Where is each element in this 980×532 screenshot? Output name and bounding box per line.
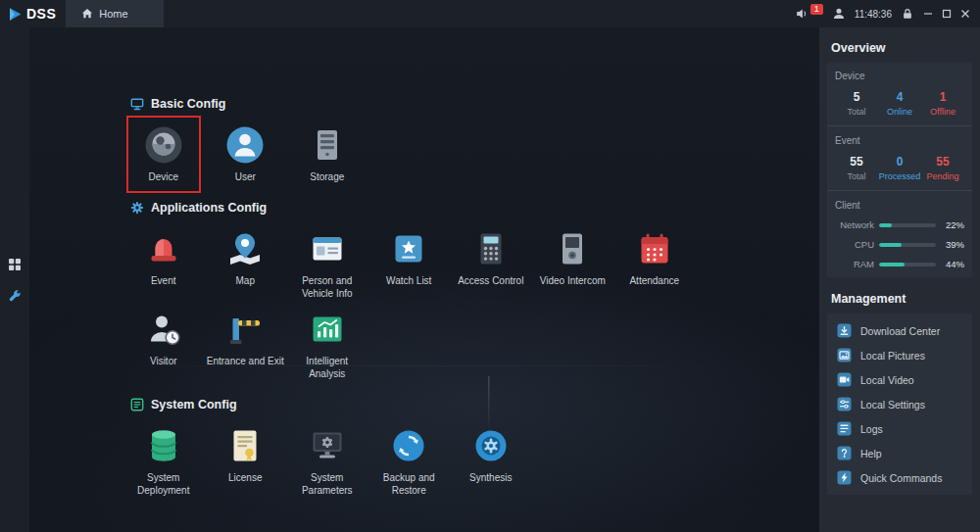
tab-home[interactable]: Home xyxy=(66,0,164,27)
app-synthesis[interactable]: Synthesis xyxy=(450,426,532,497)
basic-config-icon xyxy=(130,97,144,111)
device-online-stat: 4 Online xyxy=(880,90,919,117)
device-stats-row: 5 Total 4 Online 1 Offline xyxy=(835,90,964,117)
user-menu-button[interactable] xyxy=(832,7,846,21)
dss-client-window: DSS Home 1 11:48:36 xyxy=(0,0,980,532)
app-event[interactable]: Event xyxy=(122,229,205,300)
app-synthesis-label: Synthesis xyxy=(469,471,512,484)
close-button[interactable] xyxy=(960,9,970,19)
management-item-help[interactable]: Help xyxy=(827,441,972,465)
management-item-local-pictures[interactable]: Local Pictures xyxy=(827,343,972,367)
alarm-sound-button[interactable] xyxy=(795,7,808,21)
app-user[interactable]: User xyxy=(205,125,287,183)
app-attendance-label: Attendance xyxy=(629,274,679,287)
minimize-button[interactable] xyxy=(923,9,933,19)
management-item-label: Help xyxy=(860,448,882,459)
app-backup-restore[interactable]: Backup and Restore xyxy=(368,426,451,497)
section-system-config: System Config System Deployment License xyxy=(130,398,819,497)
intelligent-analysis-icon xyxy=(308,310,347,349)
maximize-icon xyxy=(942,9,952,19)
cpu-meter-bar xyxy=(879,243,936,247)
ram-meter-value: 44% xyxy=(941,259,964,269)
system-config-header: System Config xyxy=(130,398,819,411)
quick-commands-icon xyxy=(837,470,852,485)
app-visitor[interactable]: Visitor xyxy=(122,310,205,380)
event-total-label: Total xyxy=(837,171,876,181)
app-video-intercom-label: Video Intercom xyxy=(540,274,606,287)
network-meter-value: 22% xyxy=(941,219,964,230)
local-video-icon xyxy=(837,372,852,387)
app-map[interactable]: Map xyxy=(205,229,287,300)
event-total-value: 55 xyxy=(837,155,876,169)
event-processed-label: Processed xyxy=(879,171,921,181)
management-item-label: Logs xyxy=(860,423,883,435)
grid-icon xyxy=(7,257,23,272)
left-rail xyxy=(0,27,29,532)
management-item-quick-commands[interactable]: Quick Commands xyxy=(827,465,972,490)
config-tools-button[interactable] xyxy=(7,288,23,304)
app-attendance[interactable]: Attendance xyxy=(613,229,696,300)
access-control-icon xyxy=(471,229,511,268)
app-device-label: Device xyxy=(148,170,178,183)
management-item-local-settings[interactable]: Local Settings xyxy=(827,392,972,416)
help-icon xyxy=(837,446,852,460)
user-icon xyxy=(832,7,846,21)
applications-config-row-2: Visitor Entrance and Exit Intelligent An… xyxy=(122,310,819,380)
app-entrance-exit[interactable]: Entrance and Exit xyxy=(205,310,287,380)
local-pictures-icon xyxy=(837,348,852,363)
management-item-label: Quick Commands xyxy=(860,472,942,484)
app-name: DSS xyxy=(26,6,56,22)
dss-logo: DSS xyxy=(0,6,66,23)
app-watch-list-label: Watch List xyxy=(386,274,431,287)
speaker-icon xyxy=(795,7,808,21)
visitor-icon xyxy=(144,310,183,349)
app-system-deployment-label: System Deployment xyxy=(124,471,203,497)
app-storage[interactable]: Storage xyxy=(286,125,368,183)
applications-config-header: Applications Config xyxy=(130,201,819,215)
right-panel: Overview Device 5 Total 4 Online xyxy=(819,27,980,532)
lock-icon xyxy=(901,7,914,21)
event-total-stat: 55 Total xyxy=(837,155,876,181)
ram-meter-label: RAM xyxy=(835,259,874,269)
system-deployment-icon xyxy=(144,426,183,465)
apps-grid-button[interactable] xyxy=(7,257,23,272)
app-license-label: License xyxy=(228,471,262,484)
management-item-logs[interactable]: Logs xyxy=(827,416,972,441)
overview-title: Overview xyxy=(831,41,968,55)
system-config-title: System Config xyxy=(151,398,237,411)
applications-config-row-1: Event Map Person and Vehicle Info xyxy=(122,229,819,300)
network-meter-label: Network xyxy=(835,219,874,230)
device-icon xyxy=(144,125,183,165)
app-system-parameters[interactable]: System Parameters xyxy=(286,426,368,497)
video-intercom-icon xyxy=(553,229,592,268)
app-person-vehicle-info[interactable]: Person and Vehicle Info xyxy=(286,229,368,300)
app-intelligent-analysis[interactable]: Intelligent Analysis xyxy=(286,310,368,380)
tab-home-label: Home xyxy=(99,8,127,20)
app-system-deployment[interactable]: System Deployment xyxy=(122,426,205,497)
app-video-intercom[interactable]: Video Intercom xyxy=(532,229,614,300)
applications-config-title: Applications Config xyxy=(151,201,267,215)
person-vehicle-info-icon xyxy=(308,229,347,268)
maximize-button[interactable] xyxy=(942,9,952,19)
management-item-download-center[interactable]: Download Center xyxy=(827,318,972,343)
home-icon xyxy=(81,8,93,20)
map-icon xyxy=(225,229,265,268)
management-item-local-video[interactable]: Local Video xyxy=(827,367,972,392)
ram-meter: RAM 44% xyxy=(835,259,964,269)
overview-client-group: Client Network 22% CPU 39% RAM 44% xyxy=(835,200,964,269)
attendance-icon xyxy=(635,229,674,268)
device-group-label: Device xyxy=(835,71,964,81)
event-processed-value: 0 xyxy=(879,155,921,169)
app-device[interactable]: Device xyxy=(122,125,205,183)
basic-config-header: Basic Config xyxy=(130,97,819,111)
app-system-parameters-label: System Parameters xyxy=(288,471,367,497)
app-access-control[interactable]: Access Control xyxy=(450,229,532,300)
lock-button[interactable] xyxy=(901,7,914,21)
system-config-items: System Deployment License System Paramet… xyxy=(122,426,819,497)
app-watch-list[interactable]: Watch List xyxy=(368,229,451,300)
applications-config-icon xyxy=(130,201,144,215)
overview-event-group: Event 55 Total 0 Processed 55 Pending xyxy=(835,135,964,181)
app-license[interactable]: License xyxy=(205,426,287,497)
client-group-label: Client xyxy=(835,200,964,211)
system-parameters-icon xyxy=(308,426,347,465)
